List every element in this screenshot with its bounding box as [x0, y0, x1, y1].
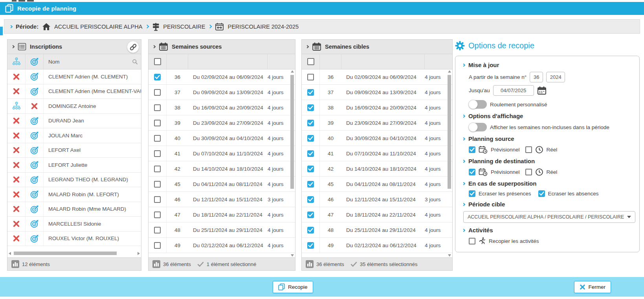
cross-icon[interactable]: [13, 205, 20, 213]
cross-icon[interactable]: [13, 176, 20, 183]
inscription-row[interactable]: MALARD Robin (Mme MALARD): [7, 202, 141, 217]
week-row[interactable]: 36 Du 02/09/2024 au 06/09/2024 4 jours: [302, 69, 452, 85]
section-mise-a-jour[interactable]: Mise à jour: [462, 62, 632, 68]
week-checkbox-checked[interactable]: [307, 227, 314, 233]
week-row[interactable]: 36 Du 02/09/2024 au 06/09/2024 4 jours: [149, 69, 295, 85]
vertical-scrollbar[interactable]: [290, 70, 295, 257]
week-range-column[interactable]: [188, 54, 268, 69]
section-activites[interactable]: Activités: [462, 227, 632, 233]
week-row[interactable]: 45 Du 04/11/2024 au 08/11/2024 4 jours: [302, 177, 452, 192]
target-column-header[interactable]: [26, 54, 44, 69]
target-icon[interactable]: [30, 160, 39, 169]
week-row[interactable]: 41 Du 07/10/2024 au 11/10/2024 4 jours: [302, 146, 452, 161]
cross-icon[interactable]: [13, 220, 20, 228]
calendar-picker-icon[interactable]: [537, 86, 547, 95]
section-affichage[interactable]: Options d'affichage: [462, 113, 632, 119]
cross-icon[interactable]: [13, 117, 20, 124]
cibles-panel-header[interactable]: Semaines cibles: [302, 40, 452, 54]
week-checkbox-unchecked[interactable]: [154, 89, 161, 96]
select-all-checkbox[interactable]: [154, 58, 161, 65]
breadcrumb-item-structure[interactable]: ACCUEIL PERISCOLAIRE ALPHA: [54, 24, 142, 30]
week-row[interactable]: 49 Du 02/12/2024 au 06/12/2024 4 jours: [149, 238, 295, 253]
section-planning-source[interactable]: Planning source: [462, 135, 632, 142]
week-row[interactable]: 38 Du 16/09/2024 au 20/09/2024 4 jours: [302, 100, 452, 115]
scroll-down-icon[interactable]: [448, 254, 451, 257]
year-input[interactable]: 2024: [546, 72, 565, 82]
inscription-row[interactable]: CLEMENT Adrien (M. CLEMENT): [7, 69, 141, 84]
week-checkbox-checked[interactable]: [307, 166, 314, 172]
recopie-button[interactable]: Recopie: [273, 281, 313, 293]
inscriptions-panel-header[interactable]: Inscriptions: [7, 40, 141, 54]
week-checkbox-unchecked[interactable]: [154, 150, 161, 157]
week-checkbox-checked[interactable]: [307, 196, 314, 203]
inscription-row[interactable]: ROUXEL Victor (M. ROUXEL): [7, 232, 141, 246]
week-checkbox-checked[interactable]: [307, 181, 314, 188]
select-all-checkbox[interactable]: [307, 58, 314, 65]
name-column-header[interactable]: Nom: [44, 54, 141, 69]
week-row[interactable]: 37 Du 09/09/2024 au 13/09/2024 4 jours: [302, 85, 452, 100]
ecraser-absences-checkbox[interactable]: [538, 190, 545, 197]
periode-cible-select[interactable]: ACCUEIL PERISCOLAIRE ALPHA / PERISCOLAIR…: [463, 211, 635, 223]
week-row[interactable]: 39 Du 23/09/2024 au 27/09/2024 4 jours: [302, 115, 452, 131]
week-checkbox-checked[interactable]: [307, 242, 314, 249]
week-checkbox-unchecked[interactable]: [154, 104, 161, 111]
cross-icon[interactable]: [13, 132, 20, 139]
hierarchy-icon[interactable]: [12, 102, 21, 110]
cross-icon[interactable]: [31, 102, 38, 110]
inscription-row[interactable]: MARCELLESI Sidonie: [7, 217, 141, 232]
inscription-row[interactable]: LEGRAND THEO (M. LEGRAND): [7, 173, 141, 188]
inscription-row[interactable]: DOMINGEZ Antoine: [7, 99, 141, 114]
source-reel-checkbox[interactable]: [525, 146, 532, 153]
week-checkbox-unchecked[interactable]: [154, 166, 161, 172]
breadcrumb-item-period[interactable]: PERISCOLAIRE 2024-2025: [228, 24, 299, 30]
week-row[interactable]: 47 Du 18/11/2024 au 22/11/2024 4 jours: [302, 207, 452, 222]
destination-previsionnel-checkbox[interactable]: [469, 169, 475, 175]
inscription-row[interactable]: LEFORT Juliette: [7, 158, 141, 173]
week-checkbox-unchecked[interactable]: [154, 181, 161, 188]
vertical-scrollbar[interactable]: [447, 70, 452, 257]
recopier-activites-checkbox[interactable]: [469, 238, 475, 244]
target-icon[interactable]: [30, 117, 39, 125]
fermer-button[interactable]: Fermer: [574, 281, 611, 293]
afficher-semaines-toggle[interactable]: [469, 123, 487, 131]
scroll-left-icon[interactable]: [9, 252, 11, 255]
week-number-input[interactable]: 36: [530, 72, 543, 82]
week-checkbox-checked[interactable]: [307, 150, 314, 157]
week-checkbox-checked[interactable]: [307, 135, 314, 142]
target-icon[interactable]: [30, 234, 39, 243]
inscription-row[interactable]: LEFORT Axel: [7, 143, 141, 158]
inscription-row[interactable]: CLEMENT Adrien (Mme CLEMENT-VAUTRIN: [7, 84, 141, 99]
week-checkbox-checked[interactable]: [154, 74, 161, 80]
roulement-toggle[interactable]: [469, 100, 487, 109]
week-row[interactable]: 48 Du 25/11/2024 au 29/11/2024 4 jours: [149, 222, 295, 238]
week-checkbox-checked[interactable]: [307, 120, 314, 126]
week-checkbox-unchecked[interactable]: [154, 227, 161, 233]
week-row[interactable]: 45 Du 04/11/2024 au 08/11/2024 4 jours: [149, 177, 295, 192]
section-superposition[interactable]: En cas de superposition: [462, 180, 632, 187]
inscription-row[interactable]: DURAND Jean: [7, 114, 141, 129]
week-range-column[interactable]: [341, 54, 425, 69]
week-row[interactable]: 40 Du 30/09/2024 au 04/10/2024 4 jours: [149, 131, 295, 146]
section-periode-cible[interactable]: Période cible: [462, 201, 632, 208]
week-checkbox-unchecked[interactable]: [154, 211, 161, 218]
cross-icon[interactable]: [13, 191, 20, 198]
week-checkbox-unchecked[interactable]: [154, 135, 161, 142]
week-number-column[interactable]: [167, 54, 188, 69]
ecraser-presences-checkbox[interactable]: [469, 190, 475, 197]
link-button[interactable]: [127, 41, 139, 53]
sources-panel-header[interactable]: Semaines sources: [149, 40, 295, 54]
scroll-up-icon[interactable]: [291, 70, 294, 73]
inscription-row[interactable]: MALARD Robin (M. LEFORT): [7, 187, 141, 202]
week-checkbox-checked[interactable]: [307, 211, 314, 218]
target-icon[interactable]: [30, 205, 39, 213]
scroll-down-icon[interactable]: [291, 254, 294, 257]
section-planning-destination[interactable]: Planning de destination: [462, 158, 632, 164]
week-row[interactable]: 39 Du 23/09/2024 au 27/09/2024 4 jours: [149, 115, 295, 131]
horizontal-scrollbar[interactable]: [9, 251, 140, 256]
week-checkbox-unchecked[interactable]: [154, 242, 161, 249]
week-checkbox-unchecked[interactable]: [154, 120, 161, 126]
scrollbar-thumb[interactable]: [290, 75, 294, 189]
week-row[interactable]: 46 Du 12/11/2024 au 15/11/2024 3 jours: [302, 192, 452, 207]
week-row[interactable]: 42 Du 14/10/2024 au 18/10/2024 4 jours: [302, 161, 452, 177]
week-row[interactable]: 49 Du 02/12/2024 au 06/12/2024 4 jours: [302, 238, 452, 253]
